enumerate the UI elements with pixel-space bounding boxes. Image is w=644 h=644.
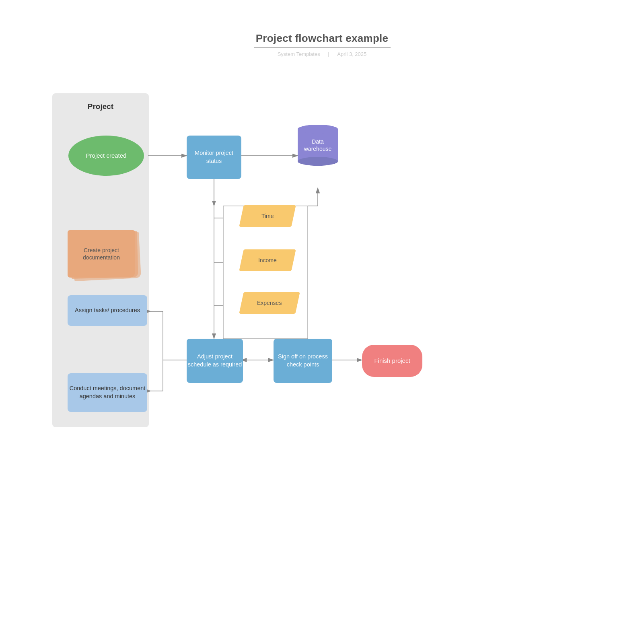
page-subtitle: System Templates | April 3, 2025 xyxy=(0,51,644,57)
assign-tasks-label: Assign tasks/ procedures xyxy=(75,307,140,315)
swimlane-label: Project xyxy=(52,93,149,111)
adjust-schedule-node: Adjust project schedule as required xyxy=(187,339,243,383)
subtitle-date: April 3, 2025 xyxy=(337,51,366,57)
time-label: Time xyxy=(261,212,274,220)
expenses-node: Expenses xyxy=(239,292,300,314)
income-label: Income xyxy=(258,257,277,264)
finish-project-node: Finish project xyxy=(362,345,422,377)
sign-off-label: Sign off on process check points xyxy=(274,353,332,368)
cylinder-bottom xyxy=(298,157,338,166)
data-warehouse-label: Data warehouse xyxy=(298,138,338,152)
finish-project-label: Finish project xyxy=(374,357,410,365)
create-docs-node: Create project documentation xyxy=(68,230,144,286)
time-node: Time xyxy=(239,205,296,227)
adjust-schedule-label: Adjust project schedule as required xyxy=(187,353,243,368)
conduct-meetings-label: Conduct meetings, document agendas and m… xyxy=(68,385,147,400)
data-warehouse-node: Data warehouse xyxy=(298,125,338,166)
page-header: Project flowchart example System Templat… xyxy=(0,0,644,57)
cylinder-top xyxy=(298,125,338,134)
conduct-meetings-node: Conduct meetings, document agendas and m… xyxy=(68,373,147,412)
title-underline xyxy=(254,47,391,48)
page-title: Project flowchart example xyxy=(0,32,644,45)
project-created-label: Project created xyxy=(86,152,127,160)
income-node: Income xyxy=(239,249,296,271)
sign-off-node: Sign off on process check points xyxy=(274,339,332,383)
subtitle-separator: | xyxy=(328,51,329,57)
expenses-label: Expenses xyxy=(257,299,282,307)
project-created-node: Project created xyxy=(68,136,144,176)
diagram-area: Project xyxy=(0,65,644,628)
create-docs-label: Create project documentation xyxy=(72,247,131,261)
monitor-project-label: Monitor project status xyxy=(187,149,241,165)
monitor-project-node: Monitor project status xyxy=(187,136,241,179)
assign-tasks-node: Assign tasks/ procedures xyxy=(68,295,147,326)
cylinder-body: Data warehouse xyxy=(298,129,338,161)
subtitle-system: System Templates xyxy=(278,51,320,57)
